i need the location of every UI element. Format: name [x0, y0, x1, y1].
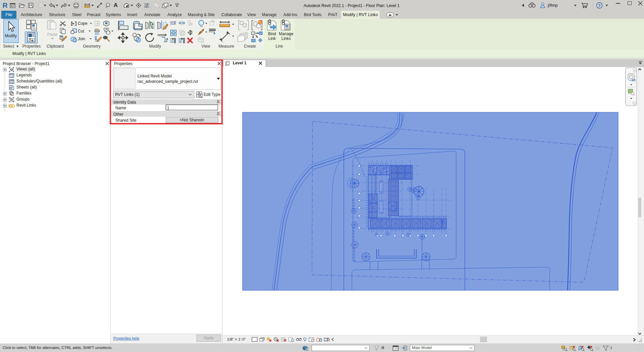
- svg-text:?: ?: [598, 3, 601, 8]
- svg-text:1: 1: [107, 4, 109, 7]
